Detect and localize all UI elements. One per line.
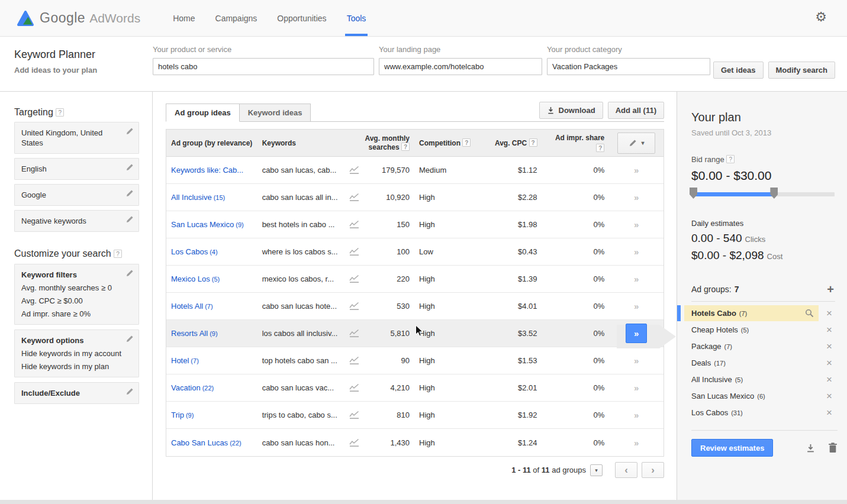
plan-group-main[interactable]: Hotels Cabo(7) bbox=[684, 305, 819, 321]
get-ideas-button[interactable]: Get ideas bbox=[713, 62, 764, 79]
targeting-box[interactable]: United Kingdom, United States bbox=[14, 122, 139, 154]
landing-page-input[interactable] bbox=[379, 58, 542, 75]
ad-group-link[interactable]: Resorts All(9) bbox=[171, 329, 218, 338]
product-service-input[interactable] bbox=[153, 58, 374, 75]
plan-group-row[interactable]: All Inclusive(5)× bbox=[684, 371, 835, 387]
previous-page-button[interactable]: ‹ bbox=[615, 462, 637, 478]
chart-icon[interactable] bbox=[349, 356, 359, 365]
ad-group-link[interactable]: All Inclusive(15) bbox=[171, 193, 225, 202]
slider-handle-max[interactable] bbox=[770, 188, 778, 199]
plan-group-row[interactable]: Los Cabos(31)× bbox=[684, 405, 835, 421]
add-to-plan-button[interactable]: » bbox=[626, 324, 647, 343]
searches-help-icon[interactable]: ? bbox=[401, 143, 410, 151]
targeting-box[interactable]: English bbox=[14, 158, 139, 180]
plan-group-row[interactable]: Cheap Hotels(5)× bbox=[684, 322, 835, 338]
add-to-plan-chevrons[interactable]: » bbox=[634, 301, 639, 311]
tab-ad-group-ideas[interactable]: Ad group ideas bbox=[166, 104, 240, 122]
pencil-icon[interactable] bbox=[125, 335, 134, 343]
targeting-box[interactable]: Google bbox=[14, 184, 139, 206]
table-row[interactable]: Hotel(7)top hotels cabo san ...90High$1.… bbox=[166, 347, 664, 374]
add-to-plan-chevrons[interactable]: » bbox=[634, 356, 639, 366]
plan-group-main[interactable]: Cheap Hotels(5) bbox=[684, 322, 819, 338]
add-to-plan-chevrons[interactable]: » bbox=[634, 410, 639, 420]
ad-group-link[interactable]: Hotels All(7) bbox=[171, 302, 213, 311]
table-row[interactable]: All Inclusive(15)cabo san lucas all in..… bbox=[166, 184, 664, 211]
targeting-box[interactable]: Negative keywords bbox=[14, 210, 139, 232]
remove-group-icon[interactable]: × bbox=[823, 391, 835, 401]
bid-range-slider[interactable] bbox=[691, 192, 835, 196]
modify-search-button[interactable]: Modify search bbox=[768, 62, 835, 79]
remove-group-icon[interactable]: × bbox=[823, 308, 835, 318]
table-row[interactable]: Cabo San Lucas(22)cabo san lucas hon...1… bbox=[166, 429, 664, 456]
remove-group-icon[interactable]: × bbox=[823, 325, 835, 335]
nav-item-home[interactable]: Home bbox=[163, 0, 205, 36]
ad-group-link[interactable]: San Lucas Mexico(9) bbox=[171, 220, 244, 229]
plan-group-row[interactable]: Deals(17)× bbox=[684, 355, 835, 371]
ad-group-link[interactable]: Mexico Los(5) bbox=[171, 274, 220, 283]
ad-group-link[interactable]: Keywords like: Cab... bbox=[171, 166, 243, 175]
plan-group-main[interactable]: All Inclusive(5) bbox=[684, 371, 819, 387]
chart-icon[interactable] bbox=[349, 274, 359, 283]
table-row[interactable]: Keywords like: Cab...cabo san lucas, cab… bbox=[166, 157, 664, 184]
ad-group-link[interactable]: Vacation(22) bbox=[171, 383, 214, 392]
next-page-button[interactable]: › bbox=[642, 462, 664, 478]
chart-icon[interactable] bbox=[349, 438, 359, 447]
add-to-plan-chevrons[interactable]: » bbox=[634, 438, 639, 448]
add-to-plan-chevrons[interactable]: » bbox=[634, 247, 639, 257]
pencil-icon[interactable] bbox=[125, 269, 134, 277]
remove-group-icon[interactable]: × bbox=[823, 408, 835, 418]
trash-icon[interactable] bbox=[828, 442, 838, 453]
table-row[interactable]: Trip(9)trips to cabo, cabo s...810High$1… bbox=[166, 402, 664, 429]
chart-icon[interactable] bbox=[349, 383, 359, 392]
nav-item-campaigns[interactable]: Campaigns bbox=[205, 0, 268, 36]
add-to-plan-chevrons[interactable]: » bbox=[634, 219, 639, 230]
table-row[interactable]: San Lucas Mexico(9)best hotels in cabo .… bbox=[166, 211, 664, 238]
pencil-icon[interactable] bbox=[125, 215, 134, 224]
download-button[interactable]: Download bbox=[539, 102, 603, 119]
targeting-help-icon[interactable]: ? bbox=[56, 108, 64, 117]
ad-group-link[interactable]: Hotel(7) bbox=[171, 356, 199, 365]
impr-share-help-icon[interactable]: ? bbox=[596, 144, 604, 152]
add-to-plan-chevrons[interactable]: » bbox=[634, 192, 639, 202]
tab-keyword-ideas[interactable]: Keyword ideas bbox=[240, 104, 311, 122]
table-row[interactable]: Hotels All(7)cabo san lucas hote...530Hi… bbox=[166, 293, 664, 320]
table-row[interactable]: Los Cabos(4)where is los cabos s...100Lo… bbox=[166, 238, 664, 266]
pencil-icon[interactable] bbox=[125, 189, 134, 198]
plan-group-row[interactable]: Package(7)× bbox=[684, 338, 835, 354]
ad-group-link[interactable]: Cabo San Lucas(22) bbox=[171, 438, 241, 447]
cpc-help-icon[interactable]: ? bbox=[529, 138, 537, 147]
chart-icon[interactable] bbox=[349, 411, 359, 419]
pencil-icon[interactable] bbox=[125, 163, 134, 172]
pencil-icon[interactable] bbox=[125, 127, 134, 135]
plan-group-main[interactable]: San Lucas Mexico(6) bbox=[684, 388, 819, 404]
plan-group-main[interactable]: Los Cabos(31) bbox=[684, 405, 819, 421]
competition-help-icon[interactable]: ? bbox=[462, 138, 471, 147]
ad-group-link[interactable]: Trip(9) bbox=[171, 411, 194, 419]
slider-handle-min[interactable] bbox=[690, 188, 697, 199]
ad-group-link[interactable]: Los Cabos(4) bbox=[171, 247, 218, 256]
gear-icon[interactable]: ⚙ bbox=[815, 11, 827, 24]
column-edit-button[interactable]: ▾ bbox=[617, 133, 655, 154]
remove-group-icon[interactable]: × bbox=[823, 358, 835, 368]
plan-group-row[interactable]: Hotels Cabo(7)× bbox=[684, 305, 835, 321]
chart-icon[interactable] bbox=[349, 166, 359, 175]
plan-group-main[interactable]: Deals(17) bbox=[684, 355, 819, 371]
customize-help-icon[interactable]: ? bbox=[114, 250, 122, 258]
remove-group-icon[interactable]: × bbox=[823, 341, 835, 351]
add-to-plan-chevrons[interactable]: » bbox=[634, 383, 639, 393]
add-all-button[interactable]: Add all (11) bbox=[608, 102, 664, 119]
remove-group-icon[interactable]: × bbox=[823, 374, 835, 385]
chart-icon[interactable] bbox=[349, 247, 359, 256]
chart-icon[interactable] bbox=[349, 302, 359, 311]
review-estimates-button[interactable]: Review estimates bbox=[691, 439, 773, 457]
chart-icon[interactable] bbox=[349, 193, 359, 202]
plan-group-row[interactable]: San Lucas Mexico(6)× bbox=[684, 388, 835, 404]
add-ad-group-button[interactable]: + bbox=[827, 283, 834, 295]
chart-icon[interactable] bbox=[349, 220, 359, 229]
add-to-plan-chevrons[interactable]: » bbox=[634, 274, 639, 284]
plan-group-main[interactable]: Package(7) bbox=[684, 338, 819, 354]
nav-item-tools[interactable]: Tools bbox=[337, 0, 376, 36]
pencil-icon[interactable] bbox=[125, 387, 134, 396]
table-row[interactable]: Vacation(22)cabo san lucas vac...4,210Hi… bbox=[166, 374, 664, 402]
nav-item-opportunities[interactable]: Opportunities bbox=[267, 0, 336, 36]
